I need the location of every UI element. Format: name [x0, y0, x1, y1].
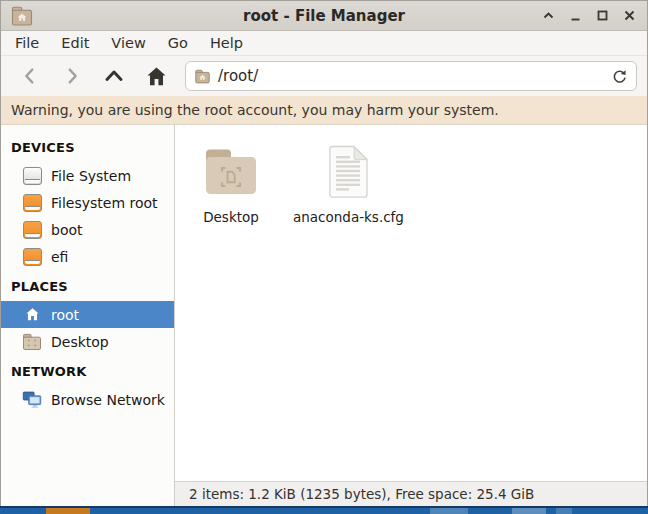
- forward-button[interactable]: [53, 60, 91, 92]
- file-tile-anaconda-ks[interactable]: anaconda-ks.cfg: [285, 139, 412, 227]
- drive-harddisk-orange-icon: [22, 220, 42, 240]
- titlebar[interactable]: root - File Manager: [1, 1, 647, 31]
- sidebar-item-label: efi: [51, 249, 68, 265]
- location-bar[interactable]: /root/: [185, 61, 637, 91]
- sidebar-item-label: Browse Network: [51, 392, 165, 408]
- home-icon: [22, 305, 42, 325]
- sidebar-item-label: Desktop: [51, 334, 109, 350]
- root-warning-banner: Warning, you are using the root account,…: [1, 96, 647, 125]
- taskbar-window-segment[interactable]: [430, 508, 468, 514]
- file-view[interactable]: Desktop: [175, 125, 647, 481]
- sidebar-item-filesystem-root[interactable]: Filesystem root: [1, 189, 174, 216]
- network-workgroup-icon: [22, 390, 42, 410]
- home-button[interactable]: [137, 60, 175, 92]
- file-view-pane: Desktop: [175, 125, 647, 506]
- text-file-icon: [326, 141, 371, 203]
- taskbar-active-segment[interactable]: [46, 508, 90, 514]
- folder-home-icon: [9, 3, 35, 29]
- shade-icon[interactable]: [538, 6, 558, 26]
- drive-harddisk-icon: [22, 166, 42, 186]
- file-manager-window: root - File Manager File Edit View: [0, 0, 648, 506]
- menu-go[interactable]: Go: [157, 32, 199, 54]
- file-tile-desktop[interactable]: Desktop: [193, 139, 269, 227]
- statusbar-text: 2 items: 1.2 KiB (1235 bytes), Free spac…: [189, 486, 534, 502]
- path-input[interactable]: /root/: [218, 67, 604, 85]
- sidebar-item-label: root: [51, 307, 79, 323]
- file-name-label: anaconda-ks.cfg: [293, 209, 404, 225]
- desktop-screen: root - File Manager File Edit View: [0, 0, 648, 514]
- content-area: DEVICES File System Filesystem root boot…: [1, 125, 647, 506]
- sidebar-item-label: File System: [51, 168, 131, 184]
- folder-home-icon: [194, 68, 211, 85]
- folder-icon: [22, 332, 42, 352]
- menu-help[interactable]: Help: [199, 32, 254, 54]
- taskbar-window-segment[interactable]: [556, 508, 572, 514]
- folder-desktop-icon: [201, 141, 261, 203]
- sidebar-header-devices: DEVICES: [1, 131, 174, 162]
- warning-text: Warning, you are using the root account,…: [11, 102, 499, 118]
- taskbar-strip[interactable]: [0, 506, 648, 514]
- sidebar-item-root[interactable]: root: [1, 301, 174, 328]
- up-button[interactable]: [95, 60, 133, 92]
- back-button[interactable]: [11, 60, 49, 92]
- sidebar-item-file-system[interactable]: File System: [1, 162, 174, 189]
- sidebar-item-efi[interactable]: efi: [1, 243, 174, 270]
- sidebar: DEVICES File System Filesystem root boot…: [1, 125, 175, 506]
- menu-view[interactable]: View: [100, 32, 156, 54]
- minimize-icon[interactable]: [565, 6, 585, 26]
- sidebar-header-places: PLACES: [1, 270, 174, 301]
- file-name-label: Desktop: [203, 209, 259, 225]
- sidebar-item-boot[interactable]: boot: [1, 216, 174, 243]
- sidebar-item-browse-network[interactable]: Browse Network: [1, 386, 174, 413]
- drive-harddisk-orange-icon: [22, 247, 42, 267]
- drive-harddisk-orange-icon: [22, 193, 42, 213]
- close-icon[interactable]: [619, 6, 639, 26]
- toolbar: /root/: [1, 56, 647, 96]
- sidebar-header-network: NETWORK: [1, 355, 174, 386]
- window-controls: [538, 6, 639, 26]
- reload-icon[interactable]: [611, 68, 628, 85]
- menu-file[interactable]: File: [4, 32, 50, 54]
- maximize-icon[interactable]: [592, 6, 612, 26]
- sidebar-item-label: Filesystem root: [51, 195, 158, 211]
- sidebar-item-desktop[interactable]: Desktop: [1, 328, 174, 355]
- menu-edit[interactable]: Edit: [50, 32, 100, 54]
- sidebar-item-label: boot: [51, 222, 83, 238]
- taskbar-window-segment[interactable]: [512, 508, 546, 514]
- statusbar: 2 items: 1.2 KiB (1235 bytes), Free spac…: [175, 481, 647, 506]
- menubar: File Edit View Go Help: [1, 31, 647, 56]
